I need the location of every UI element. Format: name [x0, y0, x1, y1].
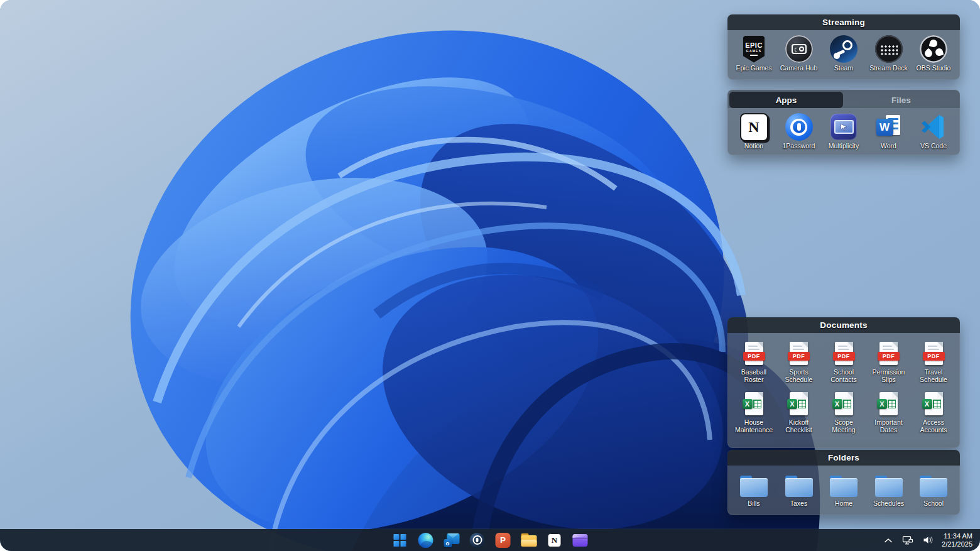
- folder-icon: [874, 470, 903, 499]
- edge-icon: [418, 533, 433, 548]
- network-icon: [902, 535, 913, 545]
- folder-icon: [785, 470, 814, 499]
- desktop-icon-important-dates[interactable]: X Important Dates: [868, 389, 910, 434]
- fence-body-documents-excel: X House Maintenance X Kickoff Checklist …: [727, 383, 960, 434]
- desktop-icon-word[interactable]: W Word: [868, 112, 910, 150]
- pdf-file-icon: PDF: [829, 339, 858, 368]
- taskbar-1password-button[interactable]: [468, 531, 487, 550]
- powerpoint-icon: P: [496, 533, 511, 548]
- epic-games-icon: EPICGAMES: [739, 35, 768, 63]
- desktop-icon-vscode[interactable]: VS Code: [912, 112, 955, 150]
- taskbar-powerpoint-button[interactable]: P: [494, 531, 513, 550]
- excel-x-badge: X: [832, 399, 842, 409]
- desktop-icon-camera-hub[interactable]: Camera Hub: [778, 35, 820, 72]
- pdf-badge: PDF: [833, 352, 855, 361]
- windows-logo-icon: [394, 534, 406, 547]
- taskbar-movies-tv-button[interactable]: [571, 531, 590, 550]
- notion-icon: N: [548, 533, 562, 547]
- excel-x-badge: X: [787, 399, 797, 409]
- fence-documents: Documents PDF Baseball Roster PDF Sports…: [727, 317, 960, 448]
- taskbar: o P N: [0, 529, 980, 551]
- desktop-icon-house-maintenance[interactable]: X House Maintenance: [732, 389, 775, 434]
- cursor-arrow-icon: [840, 123, 847, 131]
- pdf-file-icon: PDF: [739, 339, 768, 368]
- pdf-badge: PDF: [788, 352, 810, 361]
- excel-file-icon: X: [829, 389, 858, 418]
- desktop-icon-folder-school[interactable]: School: [912, 470, 955, 508]
- taskbar-clock[interactable]: 11:34 AM 2/21/2025: [942, 532, 972, 548]
- speaker-icon: [923, 535, 934, 545]
- desktop: Streaming EPICGAMES Epic Games Camera Hu…: [0, 0, 980, 551]
- desktop-icon-scope-meeting[interactable]: X Scope Meeting: [822, 389, 865, 434]
- multiplicity-icon: [829, 112, 858, 141]
- file-explorer-icon: [521, 533, 536, 547]
- desktop-icon-epic-games[interactable]: EPICGAMES Epic Games: [732, 35, 775, 72]
- fence-tab-bar: Apps Files: [727, 90, 960, 108]
- folder-icon: [739, 470, 768, 499]
- fence-body-streaming: EPICGAMES Epic Games Camera Hub Steam: [727, 30, 960, 72]
- excel-file-icon: X: [785, 389, 814, 418]
- excel-file-icon: X: [874, 389, 903, 418]
- taskbar-center-icons: o P N: [391, 529, 590, 551]
- fence-body-documents-pdf: PDF Baseball Roster PDF Sports Schedule …: [727, 333, 960, 383]
- taskbar-outlook-button[interactable]: o: [442, 531, 461, 550]
- vscode-icon: [919, 112, 948, 141]
- desktop-icon-school-contacts[interactable]: PDF School Contacts: [822, 339, 865, 383]
- taskbar-file-explorer-button[interactable]: [520, 531, 538, 550]
- excel-x-badge: X: [877, 399, 887, 409]
- excel-grid: [933, 400, 941, 408]
- fence-streaming: Streaming EPICGAMES Epic Games Camera Hu…: [727, 14, 960, 80]
- excel-grid: [888, 400, 896, 408]
- hidden-icons-button[interactable]: [883, 536, 894, 545]
- tab-files[interactable]: Files: [844, 92, 958, 108]
- excel-file-icon: X: [739, 389, 768, 418]
- desktop-icon-travel-schedule[interactable]: PDF Travel Schedule: [912, 339, 955, 383]
- desktop-icon-access-accounts[interactable]: X Access Accounts: [912, 389, 955, 434]
- excel-x-badge: X: [743, 399, 753, 409]
- desktop-icon-permission-slips[interactable]: PDF Permission Slips: [868, 339, 910, 383]
- desktop-icon-multiplicity[interactable]: Multiplicity: [822, 112, 865, 150]
- excel-x-badge: X: [922, 399, 932, 409]
- movies-tv-icon: [573, 534, 588, 547]
- desktop-icon-baseball-roster[interactable]: PDF Baseball Roster: [732, 339, 775, 383]
- pdf-file-icon: PDF: [785, 339, 814, 368]
- fence-body-apps: N Notion 1Password Multiplici: [727, 108, 960, 150]
- start-button[interactable]: [391, 531, 410, 550]
- clock-time: 11:34 AM: [942, 532, 972, 540]
- desktop-icon-kickoff-checklist[interactable]: X Kickoff Checklist: [778, 389, 820, 434]
- folder-icon: [919, 470, 948, 499]
- 1password-icon: [785, 112, 814, 141]
- taskbar-edge-button[interactable]: [416, 531, 435, 550]
- network-tray-button[interactable]: [901, 534, 915, 547]
- fence-header-streaming[interactable]: Streaming: [727, 14, 960, 30]
- fence-header-documents[interactable]: Documents: [727, 317, 960, 333]
- excel-grid: [798, 400, 806, 408]
- volume-tray-button[interactable]: [922, 534, 935, 546]
- camera-hub-icon: [785, 35, 814, 63]
- fence-header-folders[interactable]: Folders: [727, 450, 960, 466]
- fence-folders: Folders Bills Taxes Home: [727, 450, 960, 515]
- obs-studio-icon: [919, 35, 948, 63]
- desktop-icon-stream-deck[interactable]: Stream Deck: [868, 35, 910, 72]
- taskbar-notion-button[interactable]: N: [545, 531, 564, 550]
- desktop-icon-folder-taxes[interactable]: Taxes: [778, 470, 820, 508]
- desktop-icon-folder-schedules[interactable]: Schedules: [868, 470, 910, 508]
- tab-apps[interactable]: Apps: [729, 92, 843, 108]
- taskbar-system-tray: 11:34 AM 2/21/2025: [883, 529, 972, 551]
- fence-body-folders: Bills Taxes Home Schedules: [727, 466, 960, 508]
- 1password-icon: [470, 533, 485, 548]
- desktop-icon-notion[interactable]: N Notion: [732, 112, 775, 150]
- pdf-file-icon: PDF: [919, 339, 948, 368]
- pdf-badge: PDF: [878, 352, 900, 361]
- desktop-icon-folder-bills[interactable]: Bills: [732, 470, 775, 508]
- desktop-icon-steam[interactable]: Steam: [822, 35, 865, 72]
- folder-icon: [829, 470, 858, 499]
- desktop-icon-folder-home[interactable]: Home: [822, 470, 865, 508]
- pdf-badge: PDF: [743, 352, 765, 361]
- desktop-icon-sports-schedule[interactable]: PDF Sports Schedule: [778, 339, 820, 383]
- excel-file-icon: X: [919, 389, 948, 418]
- desktop-icon-1password[interactable]: 1Password: [778, 112, 820, 150]
- chevron-up-icon: [884, 537, 893, 543]
- excel-grid: [753, 400, 761, 408]
- desktop-icon-obs-studio[interactable]: OBS Studio: [912, 35, 955, 72]
